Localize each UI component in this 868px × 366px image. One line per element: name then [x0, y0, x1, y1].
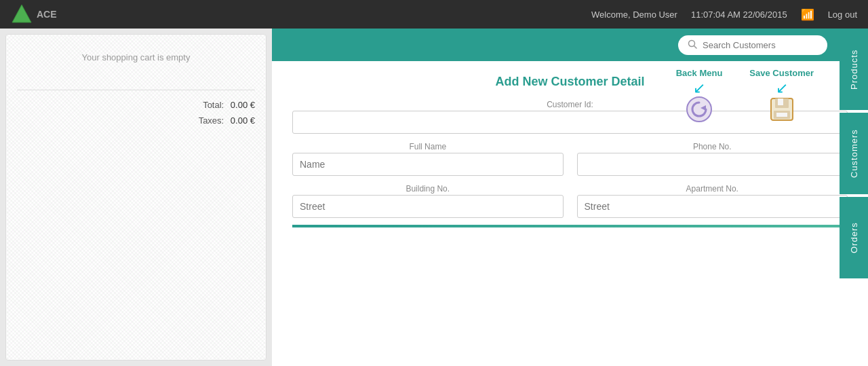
full-name-input[interactable]	[292, 153, 564, 176]
content-header	[272, 29, 868, 61]
search-icon	[688, 39, 697, 51]
logo-text: ACE	[37, 9, 57, 20]
form-divider	[292, 225, 848, 227]
phone-input[interactable]	[577, 153, 848, 176]
total-value: 0.00 €	[231, 100, 255, 110]
logo-icon	[11, 3, 33, 25]
save-customer-label: Save Customer	[749, 68, 814, 78]
logout-button[interactable]: Log out	[828, 10, 857, 20]
svg-rect-7	[778, 98, 783, 105]
topbar-right: Welcome, Demo User 11:07:04 AM 22/06/201…	[591, 8, 857, 21]
save-customer-button[interactable]: Save Customer ↙	[749, 68, 814, 127]
logo: ACE	[11, 3, 57, 25]
svg-point-3	[687, 97, 711, 122]
apartment-no-label: Apartment No.	[577, 184, 848, 194]
welcome-text: Welcome, Demo User	[591, 10, 677, 20]
svg-line-2	[694, 45, 697, 48]
cart-taxes-row: Taxes: 0.00 €	[17, 113, 255, 128]
full-name-field-group: Full Name	[292, 142, 564, 176]
save-customer-arrow-icon: ↙	[776, 81, 788, 96]
building-no-field-group: Building No.	[292, 184, 564, 218]
save-icon	[768, 96, 795, 127]
form-area: Add New Customer Detail Back Menu ↙	[272, 61, 868, 366]
taxes-value: 0.00 €	[231, 115, 255, 126]
cart-empty-text: Your shopping cart is empty	[17, 52, 255, 62]
main-layout: Your shopping cart is empty Total: 0.00 …	[0, 29, 868, 366]
taxes-label: Taxes:	[199, 115, 224, 126]
content-area: Add New Customer Detail Back Menu ↙	[272, 29, 868, 366]
back-menu-icon	[686, 96, 713, 127]
total-label: Total:	[203, 100, 224, 110]
apartment-no-field-group: Apartment No.	[577, 184, 848, 218]
signal-icon: 📶	[801, 8, 814, 21]
full-name-label: Full Name	[292, 142, 564, 151]
building-no-input[interactable]	[292, 195, 564, 218]
datetime-text: 11:07:04 AM 22/06/2015	[691, 10, 787, 20]
tab-orders[interactable]: Orders	[840, 197, 868, 278]
tab-products[interactable]: Products	[840, 29, 868, 110]
phone-field-group: Phone No.	[577, 142, 848, 176]
cart-divider	[17, 90, 255, 90]
back-menu-button[interactable]: Back Menu ↙	[676, 68, 723, 127]
search-box[interactable]	[678, 35, 827, 55]
topbar: ACE Welcome, Demo User 11:07:04 AM 22/06…	[0, 0, 868, 29]
building-apartment-row: Building No. Apartment No.	[292, 184, 848, 218]
action-row: Back Menu ↙ Save Customer ↙	[676, 68, 814, 127]
right-sidebar: Products Customers Orders	[840, 29, 868, 366]
apartment-no-input[interactable]	[577, 195, 848, 218]
svg-marker-0	[12, 5, 31, 22]
cart-panel: Your shopping cart is empty Total: 0.00 …	[5, 34, 267, 361]
tab-customers[interactable]: Customers	[840, 113, 868, 194]
cart-totals: Total: 0.00 € Taxes: 0.00 €	[17, 97, 255, 129]
search-input[interactable]	[703, 40, 818, 50]
svg-rect-9	[776, 113, 787, 117]
back-menu-label: Back Menu	[676, 68, 723, 78]
back-menu-arrow-icon: ↙	[693, 81, 705, 96]
cart-total-row: Total: 0.00 €	[17, 97, 255, 113]
name-phone-row: Full Name Phone No.	[292, 142, 848, 176]
building-no-label: Building No.	[292, 184, 564, 194]
phone-label: Phone No.	[577, 142, 848, 151]
